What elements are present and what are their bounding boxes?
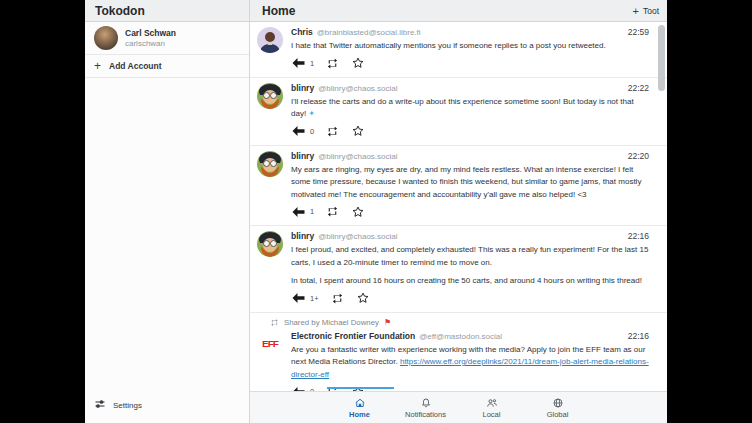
star-icon (351, 56, 365, 70)
home-icon (354, 397, 366, 409)
favourite-button[interactable] (356, 291, 370, 305)
bell-icon (420, 397, 432, 409)
boost-icon (270, 318, 279, 327)
post-time: 22:16 (628, 331, 649, 342)
account-info: Carl Schwan carlschwan (125, 28, 176, 49)
sidebar-header: Tokodon (85, 0, 249, 22)
main-header: Home + Toot (250, 0, 667, 22)
plus-icon: + (94, 61, 101, 71)
post-content: Are you a fantastic writer with experien… (291, 344, 649, 382)
favourite-button[interactable] (351, 56, 365, 70)
post-author[interactable]: blinry (291, 83, 314, 94)
post-time: 22:59 (628, 27, 649, 38)
post-avatar[interactable] (257, 151, 283, 177)
boost-button[interactable] (331, 292, 344, 305)
star-icon (351, 205, 365, 219)
post-author[interactable]: Chris (291, 27, 313, 38)
post-avatar[interactable] (257, 27, 283, 53)
boost-icon (326, 205, 339, 218)
link-highlight-bar (327, 387, 394, 389)
post[interactable]: blinry @blinry@chaos.social 22:20 My ear… (250, 146, 667, 227)
post-avatar[interactable] (257, 83, 283, 109)
boost-button[interactable] (326, 57, 339, 70)
post-content: In total, I spent around 16 hours on cre… (291, 275, 649, 288)
user-avatar[interactable] (94, 26, 118, 50)
timeline: Chris @brainblasted@social.libre.fi 22:5… (250, 22, 667, 391)
settings-label: Settings (113, 401, 142, 410)
reply-button[interactable]: 0 (291, 386, 314, 392)
reply-arrow-icon (291, 125, 306, 137)
tab-home[interactable]: Home (327, 397, 393, 419)
post-handle[interactable]: @blinry@chaos.social (318, 83, 397, 94)
page-title: Home (262, 4, 295, 18)
sliders-icon (94, 396, 106, 414)
reply-arrow-icon (291, 57, 306, 69)
favourite-button[interactable] (351, 124, 365, 138)
post-handle[interactable]: @brainblasted@social.libre.fi (317, 27, 421, 38)
boost-button[interactable] (326, 205, 339, 218)
post-time: 22:22 (628, 83, 649, 94)
post-author[interactable]: Electronic Frontier Foundation (291, 331, 415, 342)
tab-home-label: Home (349, 410, 370, 419)
toot-label: Toot (643, 6, 659, 16)
plus-icon: + (632, 5, 638, 17)
favourite-button[interactable] (351, 205, 365, 219)
reply-button[interactable]: 1+ (291, 292, 319, 304)
tab-local[interactable]: Local (459, 397, 525, 419)
bottom-nav: Home Notifications Local Global (250, 391, 667, 423)
reply-button[interactable]: 1 (291, 206, 314, 218)
reply-arrow-icon (291, 292, 306, 304)
post-content: I feel proud, and excited, and completel… (291, 244, 649, 269)
boost-icon (326, 57, 339, 70)
people-icon (486, 397, 498, 409)
tab-global[interactable]: Global (525, 397, 591, 419)
flag-emoji: ⚑ (384, 319, 391, 327)
post-time: 22:16 (628, 231, 649, 242)
account-name: Carl Schwan (125, 28, 176, 39)
reply-arrow-icon (291, 386, 306, 392)
eff-logo-text: EFF (262, 339, 278, 349)
post-avatar[interactable] (257, 231, 283, 257)
sparkle-emoji: ✦ (308, 109, 315, 118)
post[interactable]: blinry @blinry@chaos.social 22:22 I'll r… (250, 78, 667, 146)
star-icon (351, 124, 365, 138)
app-title: Tokodon (95, 4, 145, 18)
post[interactable]: Shared by Michael Downey ⚑ EFF Electroni… (250, 313, 667, 392)
tab-local-label: Local (483, 410, 501, 419)
add-account-label: Add Account (109, 61, 162, 71)
post-author[interactable]: blinry (291, 231, 314, 242)
tab-notifications-label: Notifications (405, 410, 446, 419)
reply-button[interactable]: 1 (291, 57, 314, 69)
boost-button[interactable] (326, 125, 339, 138)
post-time: 22:20 (628, 151, 649, 162)
tab-global-label: Global (547, 410, 569, 419)
post-content: I'll release the carts and do a write-up… (291, 96, 649, 121)
reply-arrow-icon (291, 206, 306, 218)
boost-attribution: Shared by Michael Downey ⚑ (257, 318, 649, 328)
shared-by-label: Shared by Michael Downey (284, 318, 379, 328)
star-icon (356, 291, 370, 305)
toot-button[interactable]: + Toot (632, 5, 659, 17)
settings-button[interactable]: Settings (85, 390, 249, 423)
post-author[interactable]: blinry (291, 151, 314, 162)
boost-icon (326, 125, 339, 138)
post-content: I hate that Twitter automatically mentio… (291, 40, 649, 53)
post-handle[interactable]: @eff@mastodon.social (419, 331, 502, 342)
reply-button[interactable]: 0 (291, 125, 314, 137)
reply-count: 0 (310, 127, 314, 136)
main-pane: Home + Toot (250, 0, 667, 423)
post-content: My ears are ringing, my eyes are dry, an… (291, 164, 649, 202)
reply-count: 1 (310, 207, 314, 216)
account-row[interactable]: Carl Schwan carlschwan (85, 22, 249, 54)
post-handle[interactable]: @blinry@chaos.social (318, 231, 397, 242)
post[interactable]: blinry @blinry@chaos.social 22:16 I feel… (250, 226, 667, 313)
boost-icon (331, 292, 344, 305)
post-avatar[interactable]: EFF (257, 331, 283, 357)
post[interactable]: Chris @brainblasted@social.libre.fi 22:5… (250, 22, 667, 78)
reply-count: 0 (310, 387, 314, 391)
add-account-button[interactable]: + Add Account (85, 55, 249, 77)
scrollbar-thumb[interactable] (658, 25, 665, 91)
post-handle[interactable]: @blinry@chaos.social (318, 151, 397, 162)
app-window: Tokodon Carl Schwan carlschwan + Add Acc… (85, 0, 667, 423)
tab-notifications[interactable]: Notifications (393, 397, 459, 419)
